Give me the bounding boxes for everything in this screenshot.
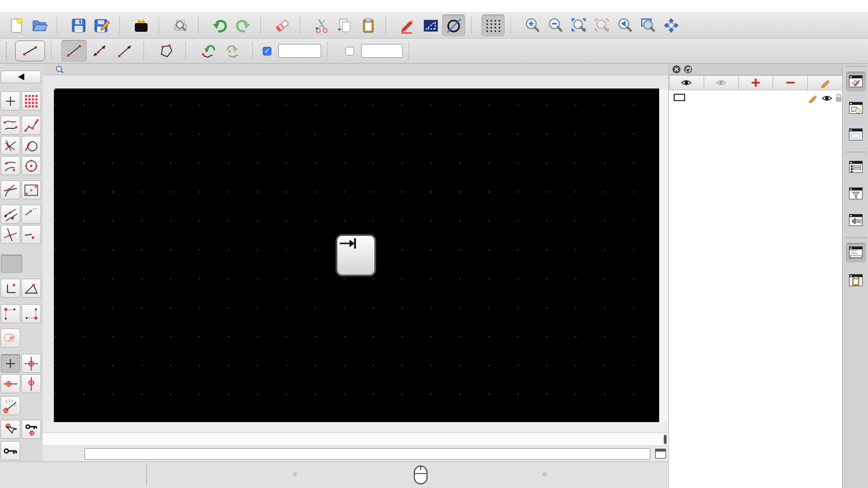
snap-auto-button[interactable]: [1, 254, 23, 273]
length-checkbox[interactable]: ✓: [263, 47, 271, 56]
line-arrow-button[interactable]: [112, 40, 138, 62]
save-as-button[interactable]: [90, 14, 113, 36]
coord-cartesian-button[interactable]: [1, 279, 20, 298]
dock-library-button[interactable]: [846, 125, 866, 145]
draft-mode-button[interactable]: [442, 14, 465, 36]
palette-back-button[interactable]: [1, 71, 41, 83]
snap-angle-button[interactable]: [1, 396, 20, 415]
circle-tangent-button[interactable]: [21, 136, 41, 155]
dock-clipboard-button[interactable]: [846, 271, 866, 290]
save-button[interactable]: [67, 14, 90, 36]
zoom-pan-button[interactable]: [660, 14, 683, 36]
add-layer-button[interactable]: [739, 75, 774, 90]
edit-layer-button[interactable]: [808, 75, 843, 90]
coord-polar-button[interactable]: [21, 279, 41, 298]
point-tool-button[interactable]: [1, 91, 20, 110]
pen-attributes-button[interactable]: [396, 14, 419, 36]
angle-input[interactable]: [361, 44, 403, 58]
dock-command-line-button[interactable]: [846, 243, 866, 263]
command-input[interactable]: [84, 448, 650, 460]
curve-tangent-button[interactable]: [1, 180, 20, 199]
polyline-points-icon: [24, 118, 39, 133]
delete-button[interactable]: [271, 14, 294, 36]
zoom-previous-button[interactable]: [590, 14, 613, 36]
spline-tool-button[interactable]: [1, 116, 20, 135]
remove-layer-button[interactable]: [773, 75, 808, 90]
zoom-auto-button[interactable]: [567, 14, 590, 36]
cut-button[interactable]: [310, 14, 333, 36]
dock-handle[interactable]: [846, 66, 866, 67]
horizontal-scrollbar[interactable]: [43, 422, 668, 432]
snap-endpoint-button[interactable]: [1, 374, 20, 393]
zoom-back-button[interactable]: [613, 14, 637, 36]
command-scrollbar-thumb[interactable]: [664, 435, 667, 444]
redo-button[interactable]: [231, 14, 255, 36]
angle-checkbox[interactable]: [345, 47, 354, 56]
copy-button[interactable]: [333, 14, 356, 36]
layer-edit-icon[interactable]: [808, 93, 818, 103]
snap-restrict-button[interactable]: [336, 234, 376, 276]
points-grid-button[interactable]: [21, 91, 41, 110]
dock-entity-list-button[interactable]: [846, 157, 866, 177]
float-panel-button[interactable]: [684, 65, 692, 73]
rect-dashed-button[interactable]: [21, 180, 41, 199]
ortho-restrict-button[interactable]: [1, 328, 20, 347]
relative-zero-button[interactable]: [1, 441, 20, 460]
open-file-button[interactable]: [28, 14, 51, 36]
status-separator: [146, 464, 147, 486]
toolbar-separator: [51, 42, 57, 60]
snap-free-button[interactable]: [1, 354, 20, 373]
length-input[interactable]: [278, 44, 321, 58]
attributes-button[interactable]: [419, 14, 442, 36]
zoom-in-button[interactable]: [521, 14, 544, 36]
layer-visibility-icon[interactable]: [821, 94, 833, 102]
command-line-dock-icon: [848, 245, 864, 261]
close-panel-button[interactable]: [672, 65, 681, 73]
dock-command-echo-button[interactable]: [846, 210, 866, 230]
grid-toggle-button[interactable]: [481, 14, 505, 36]
corner-order-2-button[interactable]: [21, 304, 41, 323]
key-target-icon: [24, 422, 39, 437]
command-window-button[interactable]: [655, 449, 666, 459]
dock-layer-list-button[interactable]: [846, 72, 866, 91]
show-all-layers-button[interactable]: [669, 75, 704, 90]
main-toolbar: [0, 13, 868, 39]
drawing-canvas[interactable]: [55, 90, 659, 422]
arc-tool-button[interactable]: [1, 156, 20, 175]
corner-order-1-button[interactable]: [1, 304, 20, 323]
select-entity-button[interactable]: [1, 420, 20, 439]
hide-all-layers-button[interactable]: [704, 75, 739, 90]
redo-segment-button[interactable]: [221, 40, 247, 62]
manual-point-button[interactable]: [21, 225, 41, 244]
snap-grid-button[interactable]: [21, 354, 41, 373]
intersection-button[interactable]: [1, 225, 20, 244]
layer-row[interactable]: [669, 91, 843, 104]
circle-center-button[interactable]: [21, 156, 41, 175]
undo-button[interactable]: [208, 14, 231, 36]
undo-segment-button[interactable]: [196, 40, 221, 62]
parallel-lines-button[interactable]: [1, 205, 20, 224]
sequence-lines-button[interactable]: [21, 205, 41, 224]
paste-button[interactable]: [356, 14, 380, 36]
tangent-lines-button[interactable]: [1, 136, 20, 155]
dock-filter-button[interactable]: [846, 184, 866, 204]
polyline-points-button[interactable]: [21, 116, 41, 135]
snap-middle-button[interactable]: [21, 374, 41, 393]
zoom-window-button[interactable]: [637, 14, 660, 36]
new-file-button[interactable]: [5, 14, 28, 36]
line-two-points-button[interactable]: [61, 40, 87, 62]
vertical-scrollbar[interactable]: [659, 90, 668, 422]
polyline-button[interactable]: [154, 40, 179, 62]
zoom-out-button[interactable]: [544, 14, 567, 36]
toolbar-handle[interactable]: [6, 42, 12, 60]
status-dot: [543, 472, 547, 476]
print-preview-button[interactable]: [169, 14, 192, 36]
line-double-arrow-button[interactable]: [87, 40, 112, 62]
layer-panel-titlebar: [669, 64, 843, 75]
dock-separator: [846, 151, 866, 153]
lock-relative-zero-button[interactable]: [21, 420, 41, 439]
dock-block-list-button[interactable]: [846, 98, 866, 118]
svg-export-button[interactable]: [130, 14, 153, 36]
layer-list-dock-icon: [848, 73, 864, 90]
status-dot: [293, 472, 297, 476]
